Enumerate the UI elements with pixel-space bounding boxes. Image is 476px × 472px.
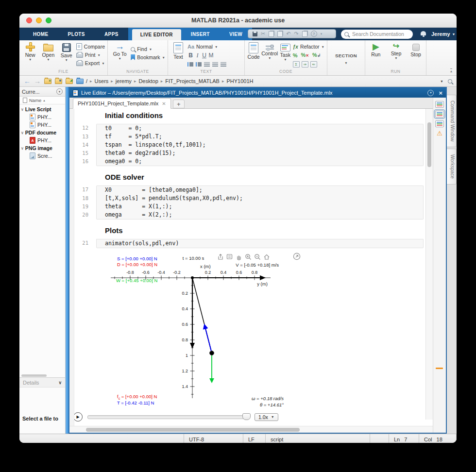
goto-button[interactable]: →Go To▼	[110, 41, 129, 60]
code-text[interactable]: X0 = [theta0,omega0];	[96, 185, 424, 194]
stop-button[interactable]: Stop	[408, 41, 424, 57]
forward-button[interactable]: →	[34, 78, 41, 84]
align-center-icon[interactable]	[212, 62, 218, 67]
ribbon-tab-home[interactable]: HOME	[23, 28, 58, 40]
align-right-icon[interactable]	[221, 62, 226, 67]
close-window-button[interactable]	[26, 17, 32, 23]
breadcrumb-phy1001h[interactable]: PHY1001H	[227, 78, 254, 84]
speed-dropdown[interactable]: 1.0x ▼	[255, 413, 278, 421]
address-dropdown-caret[interactable]: ▼	[440, 80, 443, 83]
code-text[interactable]: animator(sols,pdl,env)	[96, 239, 424, 248]
code-button[interactable]: Code	[247, 41, 260, 60]
document-menu-icon[interactable]: ▼	[427, 90, 434, 96]
group-pdf-document[interactable]: ∨PDF docume	[19, 129, 65, 136]
monospace-button[interactable]: M	[208, 52, 214, 59]
editor-hscrollbar-thumb[interactable]	[86, 428, 300, 432]
toolstrip-collapse-button[interactable]: ▴	[450, 68, 452, 73]
annotation-icon[interactable]	[227, 254, 232, 259]
document-close-icon[interactable]: ×	[439, 90, 442, 96]
address-search-icon[interactable]	[448, 79, 452, 84]
copy-icon[interactable]	[269, 31, 274, 37]
sidebar-hscrollbar[interactable]	[19, 373, 65, 377]
run-button[interactable]: ▶Run	[368, 41, 384, 57]
section-menu-label[interactable]: SECTION	[335, 53, 357, 58]
new-tab-button[interactable]: +	[173, 100, 185, 108]
zoom-window-button[interactable]	[46, 17, 51, 23]
align-left-icon[interactable]	[204, 62, 210, 67]
back-button[interactable]: ←	[24, 78, 31, 84]
breadcrumb-users[interactable]: Users	[95, 78, 109, 84]
name-column-header[interactable]: Name ▴	[19, 97, 65, 104]
zoom-in-icon[interactable]	[246, 254, 251, 260]
paste-icon[interactable]	[277, 31, 283, 37]
quick-save-icon[interactable]	[253, 32, 257, 36]
bookmark-button[interactable]: Bookmark▼	[131, 54, 165, 61]
code-text[interactable]: [t,X,sols] = pendulumS(tspan,X0,pdl,env)…	[96, 194, 424, 202]
code-text[interactable]: tspan = linspace(t0,tf,1001);	[96, 141, 424, 149]
group-png-image[interactable]: ∨PNG image	[19, 144, 65, 152]
tab-close-icon[interactable]: ✕	[162, 101, 166, 106]
compare-button[interactable]: Compare	[76, 43, 105, 50]
play-button[interactable]: ▶	[73, 412, 83, 421]
comment-button[interactable]: %	[293, 53, 298, 58]
underline-button[interactable]: U	[201, 52, 207, 59]
command-window-tab[interactable]: Command Window	[447, 95, 457, 147]
warning-icon[interactable]: ⚠	[437, 130, 442, 136]
hide-code-icon[interactable]	[435, 120, 444, 127]
ribbon-tab-apps[interactable]: APPS	[95, 28, 128, 40]
search-documentation-input[interactable]	[351, 31, 408, 37]
help-icon[interactable]: ?	[311, 31, 317, 37]
ribbon-tab-insert[interactable]: INSERT	[181, 28, 220, 40]
indent-right-button[interactable]: ⇒	[302, 61, 308, 67]
sidebar-hscrollbar-thumb[interactable]	[21, 374, 47, 377]
code-text[interactable]: theta = X(1,:);	[96, 202, 424, 211]
up-one-level-icon[interactable]	[44, 79, 51, 84]
save-button[interactable]: Save▼	[58, 41, 75, 61]
list-item[interactable]: PHY...	[19, 121, 65, 129]
indent-left-button[interactable]: ⇐	[310, 61, 317, 67]
breadcrumb-desktop[interactable]: Desktop	[138, 78, 158, 84]
numbered-list-icon[interactable]	[196, 62, 202, 67]
minimize-window-button[interactable]	[36, 17, 42, 23]
details-header[interactable]: Details ∨	[19, 377, 65, 388]
new-window-icon[interactable]	[302, 31, 307, 37]
editor-tab[interactable]: PHY1001H_Project_Template.mlx ✕	[73, 98, 171, 109]
code-text[interactable]: t0 = 0;	[96, 124, 424, 133]
section-heading[interactable]: ODE solver	[105, 173, 426, 181]
breadcrumb-root[interactable]: /	[86, 78, 87, 84]
cut-icon[interactable]: ✂	[261, 31, 265, 36]
redo-icon[interactable]: ↷	[294, 31, 298, 36]
code-text[interactable]: theta0 = deg2rad(15);	[96, 149, 424, 157]
group-live-script[interactable]: ∨Live Script	[19, 105, 65, 113]
bullet-list-icon[interactable]	[187, 62, 193, 67]
list-item[interactable]: PHY...	[19, 113, 65, 121]
section-menu-caret[interactable]: ▼	[344, 62, 347, 64]
text-style-selector[interactable]: AaNormal▼	[187, 43, 226, 50]
slider-thumb[interactable]	[242, 413, 251, 420]
quick-access-menu-caret[interactable]: ▾	[321, 31, 323, 36]
export-plot-icon[interactable]	[219, 254, 222, 260]
zoom-out-icon[interactable]	[255, 254, 260, 260]
italic-button[interactable]: I	[194, 52, 201, 59]
open-in-figure-window-icon[interactable]	[293, 253, 300, 259]
panel-menu-icon[interactable]: ▼	[56, 88, 63, 95]
browse-folder-icon[interactable]	[55, 79, 62, 84]
bold-button[interactable]: B	[187, 52, 194, 59]
task-button[interactable]: Task▼	[279, 41, 291, 61]
breadcrumb-projects[interactable]: FIT_Projects_MATLAB	[165, 78, 220, 84]
smart-indent-button[interactable]: Σ	[293, 61, 300, 67]
code-text[interactable]: omega0 = 0;	[96, 157, 424, 166]
text-button[interactable]: Text	[170, 41, 186, 60]
print-button[interactable]: Print▼	[76, 51, 105, 58]
export-button[interactable]: Export▼	[76, 60, 105, 67]
new-folder-icon[interactable]	[66, 79, 73, 84]
list-item[interactable]: APHY...	[19, 136, 65, 144]
uncomment-button[interactable]: %✕	[301, 52, 309, 58]
home-reset-view-icon[interactable]	[264, 255, 269, 260]
list-item[interactable]: Scre...	[19, 152, 65, 160]
editor-vscrollbar-thumb[interactable]	[427, 122, 431, 167]
ribbon-tab-live-editor[interactable]: LIVE EDITOR	[132, 29, 181, 40]
control-button[interactable]: Control▼	[261, 41, 278, 59]
code-text[interactable]: tf = 5*pdl.T;	[96, 133, 424, 141]
breadcrumb-jeremy[interactable]: jeremy	[116, 78, 132, 84]
